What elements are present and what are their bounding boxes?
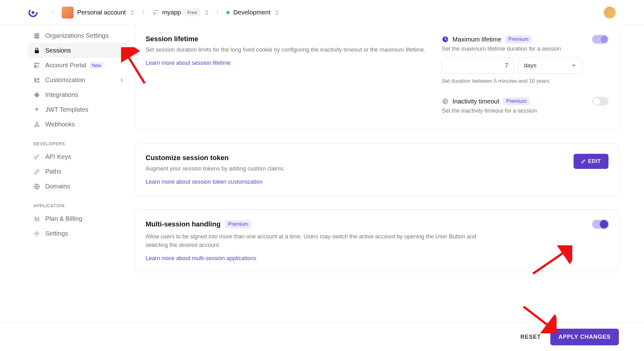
webhook-icon (33, 121, 40, 128)
sidebar-item-sessions[interactable]: Sessions (28, 43, 129, 58)
app-selector[interactable]: myapp Free (152, 8, 209, 16)
sidebar-item-label: Domains (45, 183, 70, 190)
svg-point-1 (31, 11, 34, 14)
svg-point-20 (35, 157, 37, 159)
account-name: Personal account (77, 9, 126, 16)
brand-logo (28, 8, 38, 17)
setting-description: Set the inactivity timeout for a session (442, 108, 608, 114)
footer-bar: RESET APPLY CHANGES (0, 323, 644, 351)
customization-icon (33, 77, 40, 84)
app-icon (152, 9, 159, 16)
account-avatar (62, 7, 74, 19)
setting-hint: Set duration between 5 minutes and 10 ye… (442, 78, 608, 84)
sidebar-item-label: Customization (45, 76, 85, 84)
sidebar: Organizations Settings Sessions Account … (0, 25, 129, 286)
chevron-down-icon (571, 63, 576, 68)
multi-session-toggle[interactable] (592, 220, 608, 229)
svg-rect-8 (35, 36, 36, 37)
sidebar-item-label: Account Portal (45, 62, 86, 69)
sidebar-item-label: Plan & Billing (45, 215, 82, 222)
reset-button[interactable]: RESET (520, 334, 541, 340)
card-title: Session lifetime (146, 35, 432, 43)
premium-badge: Premium (225, 220, 251, 228)
sidebar-item-integrations[interactable]: Integrations (28, 87, 129, 102)
sidebar-item-paths[interactable]: Paths (28, 164, 129, 179)
sidebar-item-plan-billing[interactable]: Plan & Billing (28, 211, 129, 226)
svg-rect-6 (35, 34, 36, 35)
apply-changes-button[interactable]: APPLY CHANGES (550, 329, 619, 345)
lock-icon (33, 47, 40, 54)
lifetime-unit-select[interactable]: days (518, 57, 582, 74)
svg-rect-5 (35, 33, 39, 38)
sidebar-item-domains[interactable]: Domains (28, 179, 129, 194)
sidebar-item-jwt-templates[interactable]: JWT Templates (28, 102, 129, 117)
sidebar-item-label: Sessions (45, 47, 71, 54)
svg-rect-3 (153, 12, 155, 15)
sidebar-item-api-keys[interactable]: API Keys (28, 149, 129, 164)
sidebar-item-label: Paths (45, 168, 61, 175)
sidebar-item-settings[interactable]: Settings (28, 226, 129, 241)
updown-icon (275, 9, 279, 16)
sidebar-item-label: Organizations Settings (45, 32, 108, 39)
card-title: Customize session token (146, 154, 285, 162)
svg-rect-7 (37, 34, 38, 35)
card-description: Set session duration limits for the long… (146, 46, 432, 54)
svg-rect-11 (34, 63, 40, 64)
learn-more-link[interactable]: Learn more about multi-session applicati… (146, 255, 256, 261)
sidebar-item-webhooks[interactable]: Webhooks (28, 117, 129, 132)
pencil-icon (581, 159, 586, 164)
button-label: EDIT (588, 158, 601, 164)
premium-badge: Premium (503, 97, 530, 105)
clock-icon (442, 36, 449, 43)
sidebar-item-label: Settings (45, 230, 68, 237)
setting-title: Inactivity timeout (452, 98, 499, 105)
card-title: Multi-session handling (146, 220, 220, 228)
learn-more-link[interactable]: Learn more about session lifetime (146, 60, 230, 66)
setting-title: Maximum lifetime (452, 36, 502, 43)
svg-rect-16 (37, 81, 39, 82)
sidebar-item-organizations-settings[interactable]: Organizations Settings (28, 28, 129, 43)
account-selector[interactable]: Personal account (62, 7, 135, 19)
organization-icon (33, 32, 40, 39)
breadcrumb-separator: / (52, 9, 54, 16)
customize-token-card: Customize session token Augment your ses… (135, 143, 619, 196)
select-value: days (524, 62, 536, 69)
svg-rect-9 (37, 36, 38, 37)
setting-description: Set the maximum lifetime duration for a … (442, 46, 608, 52)
link-icon (33, 168, 40, 175)
edit-button[interactable]: EDIT (574, 154, 608, 169)
breadcrumb-separator: / (217, 9, 219, 16)
sidebar-item-label: Webhooks (45, 121, 75, 128)
env-selector[interactable]: Development (226, 9, 279, 16)
billing-icon (33, 215, 40, 222)
sidebar-item-customization[interactable]: Customization (28, 73, 129, 87)
updown-icon (205, 9, 209, 16)
maximum-lifetime-toggle[interactable] (592, 35, 608, 44)
card-description: Allow users to be signed into more than … (146, 232, 491, 249)
user-avatar[interactable] (604, 7, 616, 19)
svg-rect-13 (37, 65, 39, 68)
svg-rect-14 (35, 78, 36, 82)
svg-point-25 (36, 233, 38, 235)
session-lifetime-card: Session lifetime Set session duration li… (135, 25, 619, 130)
card-description: Augment your session tokens by adding cu… (146, 164, 285, 173)
lifetime-value-input[interactable] (442, 57, 514, 74)
env-name: Development (233, 9, 270, 16)
inactivity-timeout-toggle[interactable] (592, 97, 608, 106)
clock-icon (442, 98, 449, 105)
learn-more-link[interactable]: Learn more about session token customiza… (146, 179, 263, 185)
puzzle-icon (33, 92, 40, 98)
new-badge: New (89, 62, 103, 69)
svg-point-19 (36, 122, 38, 124)
status-dot-icon (226, 11, 230, 14)
multi-session-card: Multi-session handling Premium Allow use… (135, 209, 619, 272)
sparkle-icon (33, 106, 40, 113)
section-application: APPLICATION (28, 194, 129, 211)
key-icon (33, 153, 40, 160)
svg-rect-22 (35, 216, 36, 221)
sidebar-item-label: API Keys (45, 153, 71, 160)
sidebar-item-account-portal[interactable]: Account Portal New (28, 58, 129, 73)
breadcrumb-separator: / (142, 9, 144, 16)
maximum-lifetime-setting: Maximum lifetime Premium Set the maximum… (442, 35, 608, 84)
inactivity-timeout-setting: Inactivity timeout Premium Set the inact… (442, 97, 608, 114)
